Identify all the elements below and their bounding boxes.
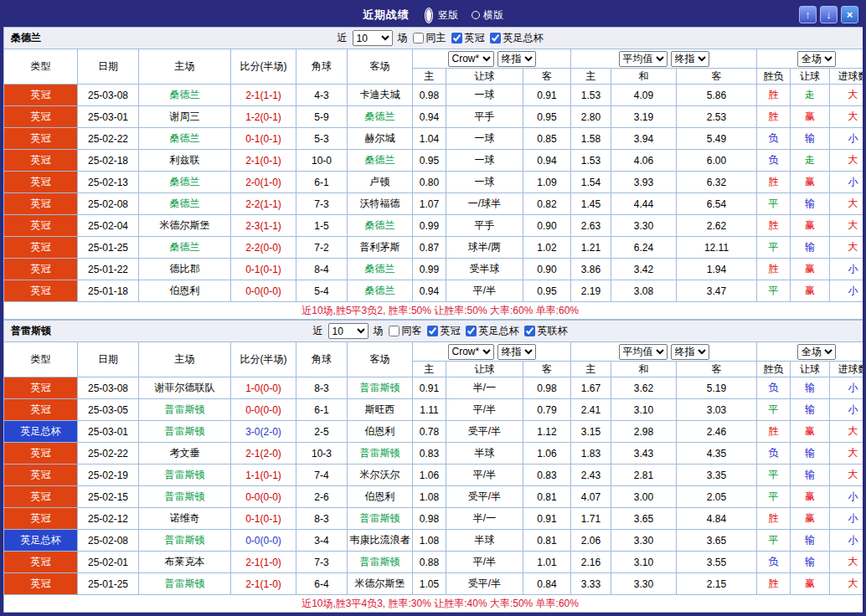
cell-ah-home-odds: 0.83: [413, 443, 446, 465]
result-scope-select[interactable]: 全场: [797, 344, 836, 360]
radio-horizontal-label: 横版: [483, 8, 503, 23]
match-row: 英冠25-01-18伯恩利0-0(0-0)5-4桑德兰0.94平/半0.952.…: [4, 280, 866, 302]
subcol-ah-away: 客: [523, 362, 571, 377]
matches-label: 场: [398, 31, 408, 45]
cell-ah-line: 平/半: [446, 552, 523, 573]
filter-option[interactable]: 同主: [413, 31, 446, 45]
cell-ah-home-odds: 0.80: [413, 172, 446, 193]
cell-avg-draw: 4.44: [611, 193, 677, 215]
cell-score: 0-0(0-0): [231, 486, 296, 508]
result-scope-select[interactable]: 全场: [797, 51, 836, 67]
subcol-ah-away: 客: [523, 69, 571, 85]
cell-ah-line: 受平/半: [446, 486, 523, 508]
subcol-result-wdl: 胜负: [757, 69, 791, 85]
cell-result-handicap: 输: [791, 377, 830, 399]
filter-label: 英足总杯: [479, 324, 519, 338]
cell-ah-away-odds: 0.95: [523, 106, 571, 128]
match-row: 英冠25-02-01布莱克本2-1(1-0)7-3普雷斯顿0.88平/半1.01…: [4, 552, 866, 573]
cell-competition: 英冠: [4, 259, 78, 280]
cell-score: 0-0(0-0): [231, 530, 296, 552]
eu-average-select[interactable]: 平均值: [619, 344, 668, 360]
cell-avg-home: 2.06: [571, 530, 611, 552]
cell-score: 2-2(0-0): [231, 237, 296, 259]
filter-option[interactable]: 英足总杯: [466, 324, 519, 338]
team-band: 桑德兰近10场同主英冠英足总杯: [4, 28, 866, 49]
cell-date: 25-02-08: [78, 530, 139, 552]
cell-result-goals: 小: [830, 280, 866, 302]
cell-avg-home: 3.86: [571, 259, 611, 280]
cell-corner: 8-3: [296, 377, 348, 399]
bookmaker-select[interactable]: Crow*: [448, 344, 494, 360]
cell-avg-home: 2.80: [571, 106, 611, 128]
filter-checkbox[interactable]: [389, 326, 399, 336]
cell-avg-home: 2.63: [571, 215, 611, 237]
eu-odds-time-select[interactable]: 终指: [671, 51, 709, 67]
cell-avg-draw: 3.62: [611, 377, 677, 399]
cell-avg-away: 2.46: [677, 421, 757, 443]
cell-avg-home: 2.41: [571, 399, 611, 421]
summary-row: 近10场,胜5平3负2, 胜率:50% 让胜率:50% 大率:60% 单率:60…: [4, 302, 866, 320]
filter-option[interactable]: 英冠: [427, 324, 461, 338]
col-header-type: 类型: [4, 49, 78, 85]
filter-checkbox[interactable]: [466, 326, 477, 336]
filter-checkbox[interactable]: [427, 326, 438, 336]
cell-result-goals: 小: [830, 377, 866, 399]
scroll-up-button[interactable]: ↑: [799, 6, 817, 23]
filter-checkbox[interactable]: [451, 33, 462, 44]
close-button[interactable]: ×: [841, 6, 858, 23]
cell-result-goals: 大: [830, 106, 866, 128]
cell-date: 25-03-01: [78, 106, 139, 128]
cell-corner: 7-3: [296, 552, 348, 573]
cell-ah-line: 一球: [446, 85, 523, 106]
ah-odds-time-select[interactable]: 终指: [497, 51, 536, 67]
radio-icon: [472, 11, 480, 19]
filter-option[interactable]: 英联杯: [524, 324, 568, 338]
recent-count-select[interactable]: 10: [353, 30, 393, 46]
filter-checkbox[interactable]: [524, 326, 535, 336]
scroll-down-button[interactable]: ↓: [820, 6, 838, 23]
filter-label: 英足总杯: [503, 31, 544, 45]
cell-avg-draw: 2.98: [611, 421, 677, 443]
cell-competition: 英冠: [4, 193, 78, 215]
cell-date: 25-03-01: [78, 421, 139, 443]
arrow-up-icon: ↑: [805, 8, 811, 21]
match-row: 英冠25-02-13桑德兰2-0(1-0)6-1卢顿0.80一球1.091.54…: [4, 172, 866, 193]
cell-result-handicap: 走: [791, 85, 830, 106]
bookmaker-select[interactable]: Crow*: [448, 51, 494, 67]
cell-score: 3-0(2-0): [231, 421, 296, 443]
cell-away-team: 普雷斯顿: [348, 508, 413, 530]
cell-ah-line: 半球: [446, 443, 523, 465]
eu-average-select[interactable]: 平均值: [619, 51, 668, 67]
cell-ah-home-odds: 0.94: [413, 106, 446, 128]
cell-avg-away: 6.54: [677, 193, 757, 215]
filter-checkbox[interactable]: [490, 33, 501, 44]
cell-avg-home: 1.71: [571, 508, 611, 530]
cell-away-team: 卢顿: [348, 172, 413, 193]
filter-checkbox[interactable]: [413, 33, 424, 44]
layout-radio-vertical[interactable]: 竖版: [423, 8, 458, 23]
cell-ah-away-odds: 0.82: [523, 193, 571, 215]
cell-result-wdl: 负: [757, 128, 791, 150]
cell-avg-draw: 3.08: [611, 280, 677, 302]
cell-avg-home: 1.53: [571, 150, 611, 172]
cell-result-goals: 小: [830, 259, 866, 280]
eu-odds-time-select[interactable]: 终指: [671, 344, 709, 360]
subcol-ah-line: 让球: [446, 69, 523, 85]
cell-avg-draw: 3.10: [611, 399, 677, 421]
filter-option[interactable]: 英冠: [451, 31, 485, 45]
cell-ah-home-odds: 1.07: [413, 193, 446, 215]
cell-score: 2-3(1-1): [231, 215, 296, 237]
cell-away-team: 韦康比流浪者: [348, 530, 413, 552]
match-row: 英冠25-02-18利兹联2-1(0-1)10-0桑德兰0.95一球0.941.…: [4, 150, 866, 172]
recent-count-select[interactable]: 10: [328, 323, 369, 339]
cell-score: 0-1(0-1): [231, 128, 296, 150]
radio-vertical-label: 竖版: [438, 8, 458, 23]
ah-odds-time-select[interactable]: 终指: [497, 344, 536, 360]
cell-avg-away: 1.94: [677, 259, 757, 280]
cell-ah-home-odds: 1.11: [413, 399, 446, 421]
col-header-home: 主场: [139, 49, 231, 85]
filter-option[interactable]: 同客: [389, 324, 422, 338]
cell-away-team: 米德尔斯堡: [348, 573, 413, 595]
filter-option[interactable]: 英足总杯: [490, 31, 544, 45]
layout-radio-horizontal[interactable]: 横版: [472, 8, 503, 23]
